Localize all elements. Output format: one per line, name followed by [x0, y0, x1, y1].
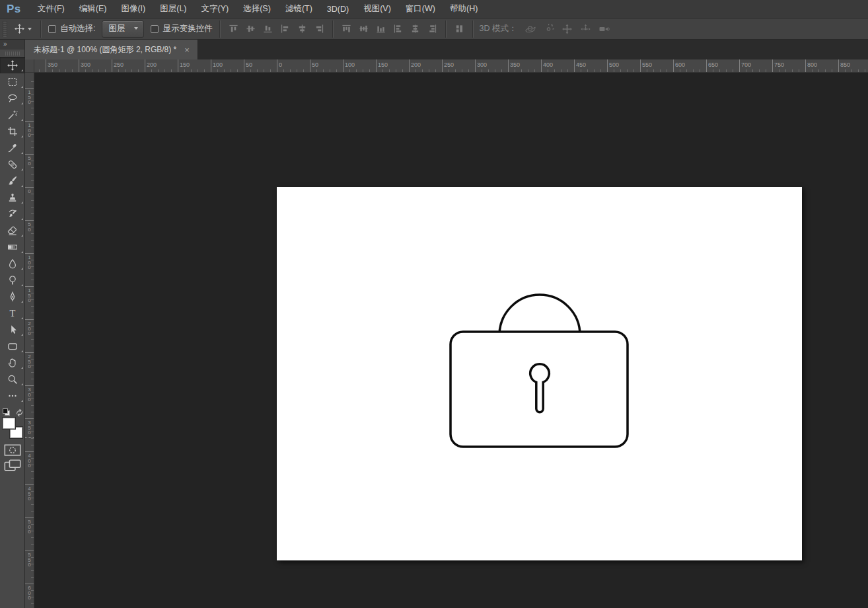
- distribute-right-edges-icon[interactable]: [423, 21, 441, 37]
- canvas-viewport[interactable]: [34, 73, 868, 608]
- photoshop-logo: Ps: [7, 0, 21, 18]
- options-bar: 自动选择: 图层 显示变换控件 3D 模式：: [0, 19, 868, 40]
- ruler-origin-corner[interactable]: [25, 59, 34, 73]
- align-top-edges-icon[interactable]: [225, 21, 242, 37]
- align-vertical-centers-icon[interactable]: [242, 21, 259, 37]
- type-tool[interactable]: T: [0, 305, 25, 321]
- rounded-rectangle-tool[interactable]: [0, 338, 25, 354]
- v-ruler-label: 1 5 0: [25, 288, 34, 303]
- auto-select-checkbox[interactable]: 自动选择:: [48, 23, 95, 34]
- hand-tool[interactable]: [0, 354, 25, 371]
- screen-mode-button[interactable]: [4, 460, 21, 471]
- swap-colors-icon[interactable]: [15, 408, 24, 416]
- auto-align-layers-button: [451, 21, 468, 37]
- panel-grip[interactable]: [5, 52, 20, 56]
- chevron-down-icon: [28, 28, 32, 30]
- pen-tool[interactable]: [0, 288, 25, 305]
- 3d-roll-icon[interactable]: [539, 21, 558, 37]
- menu-layer[interactable]: 图层(L): [153, 0, 194, 18]
- document-tab-bar[interactable]: 未标题-1 @ 100% (圆角矩形 2, RGB/8) * ×: [25, 40, 868, 59]
- document-canvas[interactable]: [277, 187, 802, 560]
- h-ruler-label: 300: [81, 61, 90, 68]
- 3d-rotate-icon[interactable]: [521, 21, 539, 37]
- distribute-bottom-edges-icon[interactable]: [372, 21, 389, 37]
- align-left-edges-icon[interactable]: [276, 21, 293, 37]
- default-colors-icon[interactable]: [2, 408, 11, 417]
- 3d-slide-icon[interactable]: [576, 21, 595, 37]
- tab-close-icon[interactable]: ×: [183, 45, 191, 55]
- magic-wand-tool[interactable]: [0, 106, 25, 123]
- history-brush-tool[interactable]: [0, 206, 25, 222]
- auto-select-label: 自动选择:: [60, 23, 95, 34]
- v-ruler-label: 2 0 0: [25, 321, 34, 336]
- menu-edit[interactable]: 编辑(E): [72, 0, 114, 18]
- menu-select[interactable]: 选择(S): [236, 0, 278, 18]
- v-ruler-label: 3 0 0: [25, 387, 34, 402]
- brush-tool[interactable]: [0, 172, 25, 189]
- auto-select-target-dropdown[interactable]: 图层: [102, 20, 144, 38]
- 3d-mode-label: 3D 模式：: [479, 23, 517, 34]
- separator: [472, 20, 473, 38]
- gradient-tool[interactable]: [0, 239, 25, 255]
- menu-window[interactable]: 窗口(W): [398, 0, 443, 18]
- vertical-ruler[interactable]: 1 5 01 0 05 005 01 0 01 5 02 0 02 5 03 0…: [25, 73, 34, 608]
- menu-type[interactable]: 文字(Y): [194, 0, 236, 18]
- rectangular-marquee-tool[interactable]: [0, 73, 25, 90]
- menu-view[interactable]: 视图(V): [356, 0, 398, 18]
- h-ruler-label: 750: [774, 61, 784, 68]
- tools-panel: » T: [0, 40, 25, 608]
- spot-healing-brush-tool[interactable]: [0, 156, 25, 172]
- 3d-mode-buttons: [521, 21, 613, 37]
- dodge-tool[interactable]: [0, 272, 25, 288]
- menu-help[interactable]: 帮助(H): [443, 0, 485, 18]
- checkbox-icon[interactable]: [48, 25, 56, 33]
- document-tab[interactable]: 未标题-1 @ 100% (圆角矩形 2, RGB/8) * ×: [25, 40, 198, 59]
- show-transform-controls-checkbox[interactable]: 显示变换控件: [151, 23, 212, 34]
- ruler-row: 3503002502001501005005010015020025030035…: [25, 59, 868, 73]
- menu-bar: Ps 文件(F)编辑(E)图像(I)图层(L)文字(Y)选择(S)滤镜(T)3D…: [0, 0, 868, 19]
- checkbox-icon[interactable]: [151, 25, 159, 33]
- distribute-left-edges-icon[interactable]: [389, 21, 406, 37]
- h-ruler-label: 100: [213, 61, 223, 68]
- clone-stamp-tool[interactable]: [0, 189, 25, 206]
- zoom-tool[interactable]: [0, 371, 25, 387]
- horizontal-ruler[interactable]: 3503002502001501005005010015020025030035…: [34, 59, 868, 73]
- align-right-edges-icon[interactable]: [310, 21, 328, 37]
- v-ruler-label: 5 5 0: [25, 552, 34, 568]
- distribute-horizontal-centers-icon[interactable]: [406, 21, 423, 37]
- align-horizontal-centers-icon[interactable]: [293, 21, 310, 37]
- h-ruler-label: 150: [378, 61, 388, 68]
- h-ruler-label: 50: [312, 61, 318, 68]
- menu-3d[interactable]: 3D(D): [320, 0, 356, 18]
- auto-align-layers-icon[interactable]: [451, 21, 468, 37]
- h-ruler-label: 550: [642, 61, 652, 68]
- more-tools-tool[interactable]: [0, 387, 25, 404]
- v-ruler-label: 0: [25, 189, 34, 194]
- crop-tool[interactable]: [0, 123, 25, 139]
- chevron-down-icon: [134, 27, 138, 30]
- path-selection-tool[interactable]: [0, 321, 25, 338]
- eraser-tool[interactable]: [0, 222, 25, 239]
- quick-mask-mode-button[interactable]: [4, 445, 21, 456]
- h-ruler-label: 300: [477, 61, 487, 68]
- distribute-top-edges-icon[interactable]: [338, 21, 355, 37]
- menu-filter[interactable]: 滤镜(T): [278, 0, 320, 18]
- lasso-tool[interactable]: [0, 90, 25, 106]
- foreground-color-swatch[interactable]: [3, 418, 15, 429]
- v-ruler-label: 5 0 0: [25, 519, 34, 535]
- blur-tool[interactable]: [0, 255, 25, 272]
- 3d-scale-camera-icon[interactable]: [595, 21, 613, 37]
- move-tool[interactable]: [0, 57, 25, 73]
- 3d-drag-icon[interactable]: [558, 21, 576, 37]
- menu-file[interactable]: 文件(F): [30, 0, 72, 18]
- eyedropper-tool[interactable]: [0, 139, 25, 156]
- align-bottom-edges-icon[interactable]: [259, 21, 276, 37]
- tool-preset-picker[interactable]: [11, 24, 36, 34]
- separator: [219, 20, 220, 38]
- h-ruler-label: 250: [444, 61, 454, 68]
- collapse-panel-button[interactable]: »: [0, 40, 24, 50]
- distribute-vertical-centers-icon[interactable]: [355, 21, 372, 37]
- menu-image[interactable]: 图像(I): [114, 0, 153, 18]
- options-bar-grip[interactable]: [3, 21, 7, 37]
- separator: [445, 20, 446, 38]
